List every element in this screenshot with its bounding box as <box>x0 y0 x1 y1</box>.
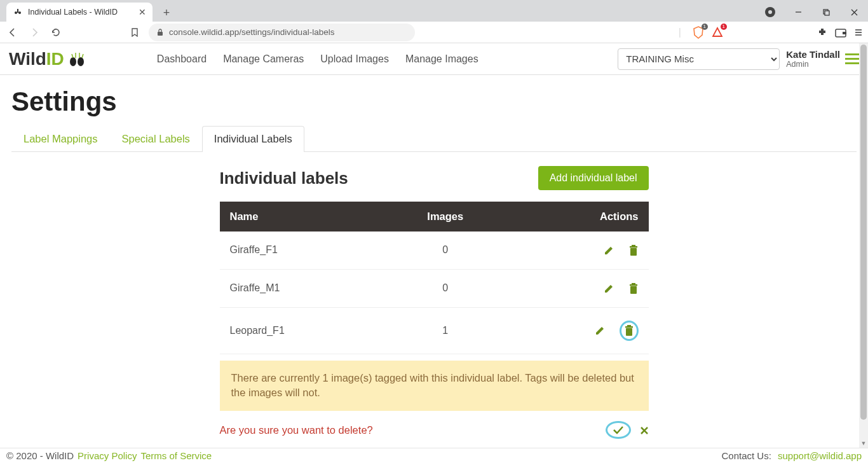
user-role: Admin <box>786 60 840 69</box>
svg-rect-22 <box>630 248 637 256</box>
svg-line-18 <box>72 54 73 58</box>
delete-icon[interactable] <box>628 282 639 294</box>
favicon <box>13 7 23 17</box>
privacy-link[interactable]: Privacy Policy <box>78 450 137 461</box>
nav-manage-images[interactable]: Manage Images <box>405 53 478 65</box>
close-tab-icon[interactable]: ✕ <box>139 7 146 17</box>
minimize-button[interactable] <box>784 3 812 22</box>
wallet-icon[interactable] <box>835 27 846 38</box>
edit-icon[interactable] <box>603 282 614 294</box>
svg-rect-23 <box>630 246 637 248</box>
logo-bug-icon <box>67 49 87 69</box>
add-individual-label-button[interactable]: Add individual label <box>538 166 649 190</box>
project-select[interactable]: TRAINING Misc <box>618 48 780 70</box>
extensions-icon[interactable] <box>817 27 827 38</box>
table-row: Giraffe_F1 0 <box>220 232 649 269</box>
row-images: 0 <box>384 232 507 269</box>
svg-rect-7 <box>825 11 829 15</box>
tab-label-mappings[interactable]: Label Mappings <box>11 126 110 151</box>
nav-upload-images[interactable]: Upload Images <box>320 53 389 65</box>
section-title: Individual labels <box>220 169 348 188</box>
svg-rect-30 <box>627 325 631 326</box>
row-images: 1 <box>384 307 507 354</box>
nav-back-button[interactable] <box>5 25 20 40</box>
svg-rect-24 <box>632 245 635 246</box>
user-block[interactable]: Kate Tindall Admin <box>786 49 840 69</box>
browser-chrome: Individual Labels - WildID ✕ + console.w… <box>0 0 868 43</box>
contact-label: Contact Us: <box>722 450 775 461</box>
col-actions: Actions <box>507 202 649 232</box>
delete-icon-highlighted[interactable] <box>620 321 639 341</box>
nav-forward-button[interactable] <box>27 25 42 40</box>
row-name: Giraffe_F1 <box>220 232 384 269</box>
scroll-thumb[interactable] <box>860 45 867 420</box>
svg-rect-27 <box>632 283 635 284</box>
page-title: Settings <box>11 86 857 117</box>
close-window-button[interactable] <box>840 3 868 22</box>
svg-rect-28 <box>626 328 632 336</box>
svg-point-16 <box>70 57 76 66</box>
tab-special-labels[interactable]: Special Labels <box>110 126 202 151</box>
page-body: Settings Label Mappings Special Labels I… <box>0 75 868 449</box>
user-name: Kate Tindall <box>786 49 840 60</box>
contact-email[interactable]: support@wildid.app <box>778 450 862 461</box>
svg-point-17 <box>78 57 84 66</box>
hamburger-menu[interactable] <box>845 53 859 64</box>
app-header: WildID Dashboard Manage Cameras Upload I… <box>0 43 868 75</box>
logo-text-a: Wild <box>9 49 46 69</box>
delete-icon[interactable] <box>628 244 639 256</box>
lock-icon <box>156 27 164 37</box>
edit-icon[interactable] <box>603 244 614 256</box>
scroll-down-icon[interactable]: ▼ <box>859 439 868 448</box>
confirm-text: Are you sure you want to delete? <box>220 424 373 436</box>
svg-point-1 <box>18 11 21 14</box>
row-name: Leopard_F1 <box>220 307 384 354</box>
tab-title: Individual Labels - WildID <box>28 8 118 17</box>
logo-text-b: ID <box>46 49 64 69</box>
edit-icon[interactable] <box>594 324 606 336</box>
scrollbar[interactable]: ▲ ▼ <box>859 43 868 448</box>
col-name: Name <box>220 202 384 232</box>
copyright: © 2020 - WildID <box>6 450 74 461</box>
svg-rect-2 <box>17 9 18 13</box>
profile-icon[interactable] <box>756 3 784 22</box>
reload-button[interactable] <box>48 25 64 40</box>
brave-rewards-icon[interactable]: 1 <box>712 26 723 38</box>
new-tab-button[interactable]: + <box>158 4 175 22</box>
table-row: Giraffe_M1 0 <box>220 269 649 307</box>
row-name: Giraffe_M1 <box>220 269 384 307</box>
table-row: Leopard_F1 1 <box>220 307 649 354</box>
col-images: Images <box>384 202 507 232</box>
nav-dashboard[interactable]: Dashboard <box>157 53 207 65</box>
address-bar[interactable]: console.wildid.app/settings/individual-l… <box>149 24 415 41</box>
browser-tab[interactable]: Individual Labels - WildID ✕ <box>6 3 153 22</box>
svg-rect-29 <box>625 326 633 328</box>
bookmark-button[interactable] <box>127 25 142 40</box>
svg-rect-26 <box>630 284 637 286</box>
terms-link[interactable]: Terms of Service <box>140 450 212 461</box>
tab-individual-labels[interactable]: Individual Labels <box>202 126 304 152</box>
svg-rect-10 <box>158 32 163 36</box>
svg-line-21 <box>82 54 83 58</box>
svg-rect-25 <box>630 286 637 294</box>
maximize-button[interactable] <box>812 3 840 22</box>
rewards-badge: 1 <box>721 24 727 30</box>
settings-tabs: Label Mappings Special Labels Individual… <box>11 126 857 152</box>
row-images: 0 <box>384 269 507 307</box>
confirm-no-icon[interactable] <box>640 424 649 436</box>
brave-shield-icon[interactable]: 1 <box>693 26 704 39</box>
url-text: console.wildid.app/settings/individual-l… <box>169 27 334 37</box>
menu-icon[interactable] <box>854 27 863 38</box>
confirm-yes-icon[interactable] <box>606 421 631 439</box>
logo[interactable]: WildID <box>9 49 87 69</box>
nav-manage-cameras[interactable]: Manage Cameras <box>223 53 304 65</box>
svg-point-4 <box>768 10 772 14</box>
shield-badge: 1 <box>702 24 708 30</box>
svg-rect-12 <box>843 32 846 34</box>
footer: © 2020 - WildID Privacy Policy Terms of … <box>0 448 868 463</box>
warning-message: There are currently 1 image(s) tagged wi… <box>220 361 649 411</box>
labels-table: Name Images Actions Giraffe_F1 0 <box>220 202 649 354</box>
svg-point-0 <box>15 11 17 14</box>
